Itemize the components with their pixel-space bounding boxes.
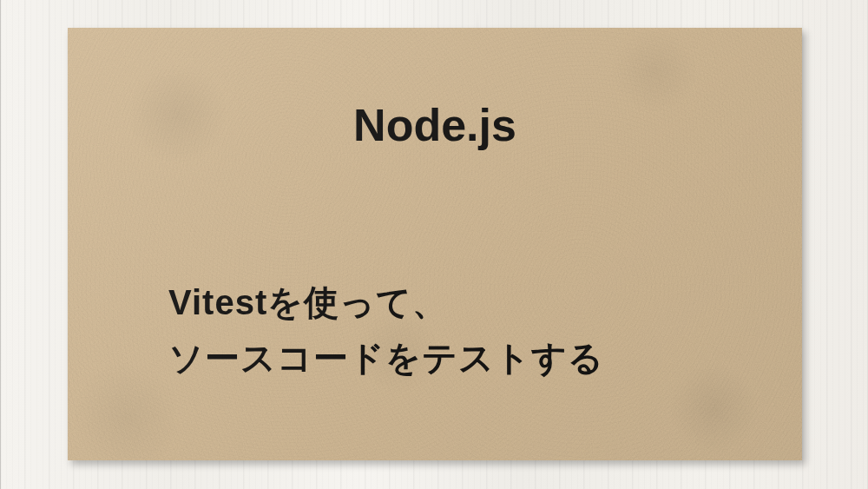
card-subtitle: Vitestを使って、ソースコードをテストする [168,274,604,386]
card-title: Node.js [68,99,802,151]
kraft-card: Node.js Vitestを使って、ソースコードをテストする [68,28,802,460]
subtitle-line-1: Vitestを使って、 [168,283,448,321]
subtitle-line-2: ソースコードをテストする [168,339,604,377]
